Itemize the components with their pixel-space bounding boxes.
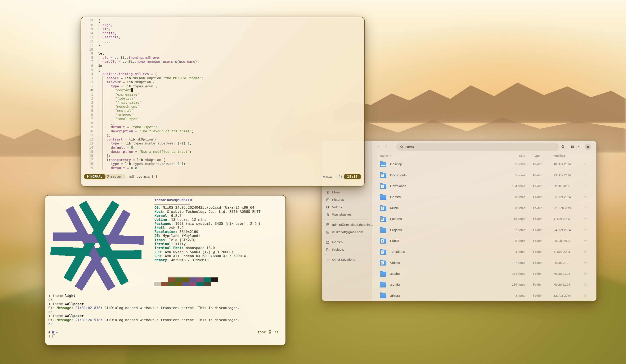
file-modified: 20. Jul 2023 (548, 239, 580, 242)
sidebar-item-pictures[interactable]: Pictures (324, 196, 370, 203)
code-line[interactable]: 6in (81, 64, 364, 68)
palette-swatch (196, 282, 204, 286)
file-row[interactable]: Public0 itemsFolder20. Jul 2023☆ (377, 235, 594, 246)
file-row[interactable]: Documents5 itemsFolder23. Apr 2024☆ (377, 169, 594, 180)
code-line[interactable]: 3 "fruit-salad" (81, 100, 364, 105)
code-line[interactable]: 14 config, (81, 31, 364, 35)
star-icon[interactable]: ☆ (580, 217, 591, 221)
code-line[interactable]: 17 transparency = lib.mkOption { (81, 158, 364, 162)
code-line[interactable]: 15 lib, (81, 27, 364, 31)
code-line[interactable]: 9let (81, 51, 364, 56)
star-icon[interactable]: ☆ (580, 206, 591, 210)
code-line[interactable]: 5{ (81, 68, 364, 72)
close-button[interactable] (585, 144, 591, 150)
sidebar-item-other-locations[interactable]: Other Locations (324, 256, 370, 264)
column-label: Name (380, 154, 388, 157)
code-line[interactable]: 18 "content" (81, 88, 364, 92)
code-line[interactable]: 11}: (81, 43, 364, 47)
code-line[interactable]: 1 type = lib.types.enum [ (81, 84, 364, 88)
file-row[interactable]: Templates3 itemsFolder5. Sep 2023☆ (377, 246, 594, 257)
grid-view-button[interactable] (568, 143, 576, 151)
file-row[interactable]: .cache154 itemsFolderHeute 21:28☆ (377, 268, 594, 279)
terminal-window[interactable]: theaninova@MONSTEROS: NixOS 24.05.202404… (45, 195, 286, 345)
code-line[interactable]: 13 username, (81, 35, 364, 39)
sidebar-item-wastebasket[interactable]: Wastebasket (324, 211, 370, 218)
code-line[interactable]: 4 options.theming.md3-evo = { (81, 72, 364, 76)
file-row[interactable]: Desktop5 itemsFolder10. Apr 2024☆ (377, 159, 594, 169)
code-line[interactable]: 7 "tonal-spot" (81, 117, 364, 121)
code-line[interactable]: 5 "neutral" (81, 109, 364, 113)
code-line[interactable]: 7 homeCfg = config.home-manager.users.${… (81, 60, 364, 64)
sidebar-item-admin-nextcloud-theanin-[interactable]: admin@nextcloud.theanin… (324, 221, 370, 228)
star-icon[interactable]: ☆ (580, 195, 591, 199)
path-bar[interactable]: Home ⋮ (396, 143, 559, 151)
star-icon[interactable]: ☆ (580, 282, 591, 287)
star-icon[interactable]: ☆ (580, 271, 591, 276)
folder-icon (380, 238, 386, 244)
code-line[interactable]: 3 enable = lib.mkEnableOption "the MD3-E… (81, 76, 364, 80)
column-header-type[interactable]: Type (525, 154, 548, 157)
star-icon[interactable]: ☆ (580, 184, 591, 188)
code-line[interactable]: 8 ]; (81, 121, 364, 125)
terminal-color-palette (154, 277, 218, 286)
column-header-modified[interactable]: Modified (548, 154, 580, 157)
code-line[interactable]: 8 cfg = config.theming.md3-evo; (81, 56, 364, 60)
code-line[interactable]: 9 default = "tonal-spot"; (81, 125, 364, 129)
folder-icon (380, 184, 386, 189)
star-icon[interactable]: ☆ (580, 238, 591, 243)
file-row[interactable]: Videos127 itemsFolderHeute 9:13☆ (377, 257, 594, 268)
code-line[interactable]: 1 "expressive" (81, 92, 364, 97)
file-row[interactable]: Games53 itemsFolder22. Apr 2024☆ (377, 192, 594, 202)
file-row[interactable]: .ghidra3 itemsFolder12. Apr 2024☆ (377, 290, 594, 300)
column-header-size[interactable]: Size (502, 154, 525, 157)
code-line[interactable]: 11 }; (81, 133, 364, 137)
file-row[interactable]: Downloads194 itemsFolderHeute 20:36☆ (377, 181, 594, 192)
sidebar-item-music[interactable]: Music (324, 189, 370, 196)
code-line[interactable]: 15 description = "Use a modified contras… (81, 150, 364, 154)
code-line[interactable]: 4 "monochrome" (81, 104, 364, 109)
code-line[interactable]: 16 }; (81, 154, 364, 158)
view-options-dropdown[interactable] (576, 143, 582, 151)
code-line[interactable]: 10 description = "The flavour of the the… (81, 129, 364, 133)
code-line[interactable]: 10 (81, 47, 364, 52)
code-line[interactable]: 6 "rainbow" (81, 113, 364, 117)
file-row[interactable]: Projects67 itemsFolder24. Apr 2024☆ (377, 224, 594, 235)
back-button[interactable] (375, 143, 382, 150)
star-icon[interactable]: ☆ (580, 293, 591, 298)
code-line[interactable]: 18 type = lib.types.numbers.between 0 1; (81, 162, 364, 166)
star-icon[interactable]: ☆ (580, 249, 591, 254)
code-editor-buffer[interactable]: 17{16 pkgs,15 lib,14 config,13 username,… (81, 19, 364, 170)
code-line[interactable]: 17{ (81, 19, 364, 23)
code-line[interactable]: 2 "fidelity" (81, 96, 364, 100)
star-icon[interactable]: ☆ (580, 261, 591, 265)
file-name: Projects (390, 228, 502, 232)
code-line[interactable]: 2 flavour = lib.mkOption { (81, 80, 364, 84)
code-line[interactable]: 12 contrast = lib.mkOption { (81, 137, 364, 141)
code-line[interactable]: 16 pkgs, (81, 23, 364, 27)
file-row[interactable]: .config186 itemsFolderHeute 21:09☆ (377, 279, 594, 290)
sidebar-item-games[interactable]: Games (324, 238, 370, 246)
file-modified: Heute 21:28 (548, 272, 580, 275)
file-row[interactable]: Pictures15 itemsFolder4. Mär 2024☆ (377, 213, 594, 224)
sidebar-item-projects[interactable]: Projects (324, 246, 370, 253)
file-modified: Heute 9:13 (548, 261, 580, 265)
star-icon[interactable]: ☆ (580, 228, 591, 232)
code-line[interactable]: 14 default = 0; (81, 145, 364, 150)
terminal-scrollback[interactable]: ❯ theme lightok❯ theme wallpaperGtk-Mess… (48, 294, 278, 338)
code-line[interactable]: 13 type = lib.types.numbers.between (-1)… (81, 141, 364, 145)
star-icon[interactable]: ☆ (580, 173, 591, 177)
sidebar-item-wulkanat-gmail-com[interactable]: wulkanat@gmail.com (324, 228, 370, 236)
location-menu-icon[interactable]: ⋮ (552, 145, 556, 149)
column-header-name[interactable]: Name ▲ (380, 154, 502, 157)
star-icon[interactable]: ☆ (580, 162, 591, 166)
file-modified: Heute 21:09 (548, 283, 580, 286)
code-line[interactable]: 12 ... (81, 39, 364, 43)
code-line[interactable]: 19 default = 0.8; (81, 166, 364, 170)
forward-button[interactable] (382, 143, 390, 150)
search-button[interactable] (559, 143, 567, 151)
palette-swatch (182, 282, 189, 286)
sidebar-menu-icon[interactable]: ⋮ (364, 143, 368, 147)
sidebar-item-videos[interactable]: Videos (324, 203, 370, 211)
line-number: 5 (81, 109, 93, 113)
file-row[interactable]: Music0 itemsFolder22. Feb 2024☆ (377, 202, 594, 213)
